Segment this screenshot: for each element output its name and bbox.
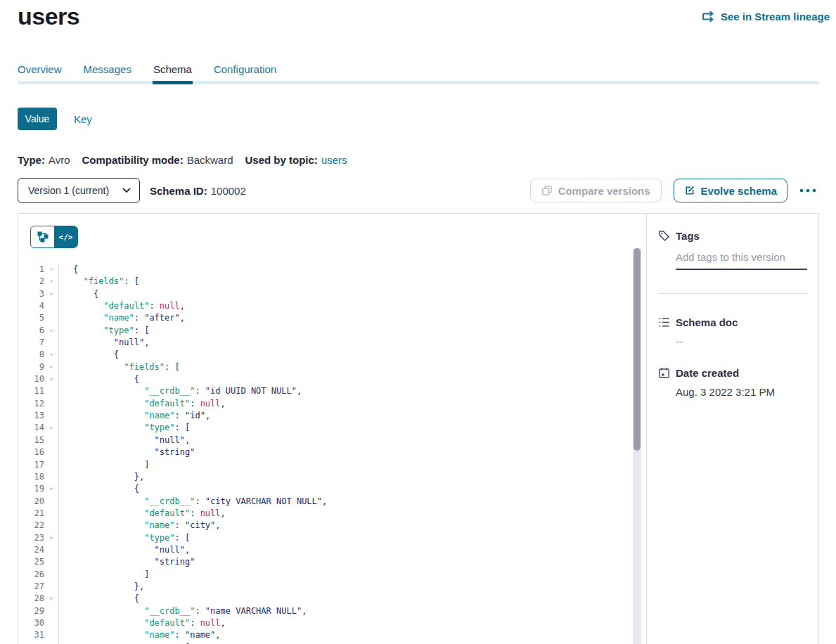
value-tab-button[interactable]: Value: [18, 108, 57, 130]
fold-arrow-icon[interactable]: ▾: [44, 361, 59, 373]
schema-id-label: Schema ID:: [150, 185, 207, 197]
key-tab-button[interactable]: Key: [74, 113, 92, 125]
fold-gutter: [44, 459, 59, 471]
version-select-value: Version 1 (current): [28, 185, 122, 196]
code-line: 6▾ "type": [: [18, 325, 646, 337]
line-number: 13: [18, 410, 44, 422]
fold-arrow-icon[interactable]: ▾: [44, 373, 59, 385]
tags-input[interactable]: [676, 251, 807, 270]
fold-gutter: [44, 629, 59, 641]
code-line-text: "default": null,: [59, 508, 226, 520]
fold-arrow-icon[interactable]: ▾: [44, 264, 59, 276]
schema-code-panel: </> 1▾{2▾ "fields": [3▾ {4 "default": nu…: [18, 214, 647, 644]
code-line: 22 "name": "city",: [18, 520, 646, 532]
fold-gutter: [44, 385, 59, 397]
code-line-text: "__crdb__": "name VARCHAR NULL",: [59, 605, 307, 617]
code-line-text: "string": [59, 556, 195, 568]
version-toolbar: Version 1 (current) Schema ID: 100002 Co…: [18, 178, 819, 203]
fold-arrow-icon[interactable]: ▾: [44, 593, 59, 605]
code-line: 1▾{: [18, 264, 646, 276]
code-line-text: "null",: [59, 337, 149, 349]
code-view-button[interactable]: </>: [54, 226, 77, 247]
used-by-topic-link[interactable]: users: [321, 154, 347, 166]
stream-lineage-icon: [702, 11, 716, 22]
code-line: 16 "string": [18, 446, 646, 458]
fold-arrow-icon[interactable]: ▾: [44, 422, 59, 434]
code-line: 23▾ "type": [: [18, 532, 646, 544]
fold-arrow-icon[interactable]: ▾: [44, 642, 59, 644]
tabs-underline-bar: [18, 81, 819, 84]
tab-overview[interactable]: Overview: [18, 63, 62, 81]
line-number: 22: [18, 520, 44, 532]
calendar-plus-icon: [658, 367, 670, 379]
fold-arrow-icon[interactable]: ▾: [44, 349, 59, 361]
code-line-text: "fields": [: [59, 361, 180, 373]
fold-arrow-icon[interactable]: ▾: [44, 276, 59, 288]
meta-item: Type:Avro: [18, 154, 70, 166]
code-line: 4 "default": null,: [18, 300, 646, 312]
fold-gutter: [44, 569, 59, 581]
fold-gutter: [44, 300, 59, 312]
fold-arrow-icon[interactable]: ▾: [44, 325, 59, 337]
more-options-button[interactable]: [797, 186, 819, 195]
meta-item: Compatibility mode:Backward: [82, 154, 233, 166]
fold-gutter: [44, 617, 59, 629]
tags-section-header: Tags: [658, 230, 807, 242]
code-line-text: "default": null,: [59, 398, 226, 410]
code-line: 20 "__crdb__": "city VARCHAR NOT NULL",: [18, 496, 646, 508]
date-created-value: Aug. 3 2022 3:21 PM: [676, 386, 807, 398]
scrollbar-thumb[interactable]: [634, 248, 641, 451]
code-line: 24 "null",: [18, 544, 646, 556]
line-number: 3: [18, 288, 44, 300]
scrollbar-track[interactable]: [633, 248, 641, 644]
tab-configuration[interactable]: Configuration: [214, 63, 276, 81]
code-line: 7 "null",: [18, 337, 646, 349]
line-number: 10: [18, 373, 44, 385]
code-line-text: "__crdb__": "id UUID NOT NULL",: [59, 385, 302, 397]
code-line-text: "type": [: [59, 532, 190, 544]
fold-gutter: [44, 337, 59, 349]
sidebar-divider: [658, 293, 807, 294]
tab-messages[interactable]: Messages: [84, 63, 131, 81]
code-line: 15 "null",: [18, 434, 646, 446]
code-line: 25 "string": [18, 556, 646, 568]
fold-arrow-icon[interactable]: ▾: [44, 532, 59, 544]
tree-view-button[interactable]: [31, 226, 54, 247]
evolve-schema-button[interactable]: Evolve schema: [674, 179, 787, 202]
fold-gutter: [44, 496, 59, 508]
fold-gutter: [44, 605, 59, 617]
version-select[interactable]: Version 1 (current): [18, 178, 140, 203]
code-line: 26 ]: [18, 569, 646, 581]
fold-gutter: [44, 312, 59, 324]
code-line: 14▾ "type": [: [18, 422, 646, 434]
code-line: 32▾ "type": [: [18, 642, 646, 644]
code-line-text: "null",: [59, 434, 190, 446]
code-line-text: "type": [: [59, 325, 149, 337]
line-number: 29: [18, 605, 44, 617]
fold-gutter: [44, 520, 59, 532]
code-line: 5 "name": "after",: [18, 312, 646, 324]
fold-arrow-icon[interactable]: ▾: [44, 288, 59, 300]
meta-value: Avro: [49, 154, 70, 166]
code-line: 21 "default": null,: [18, 508, 646, 520]
tab-schema[interactable]: Schema: [153, 63, 192, 81]
tags-title: Tags: [676, 230, 700, 242]
code-line: 13 "name": "id",: [18, 410, 646, 422]
code-line-text: ]: [59, 459, 149, 471]
code-line-text: "name": "name",: [59, 629, 221, 641]
line-number: 1: [18, 264, 44, 276]
code-editor[interactable]: 1▾{2▾ "fields": [3▾ {4 "default": null,5…: [18, 264, 646, 644]
code-line-text: {: [59, 373, 139, 385]
edit-icon: [684, 185, 695, 196]
schema-sidebar: Tags Schema doc -- Date created: [647, 214, 818, 644]
code-line-text: {: [59, 288, 98, 300]
line-number: 31: [18, 629, 44, 641]
fold-arrow-icon[interactable]: ▾: [44, 483, 59, 495]
line-number: 9: [18, 361, 44, 373]
compare-versions-button[interactable]: Compare versions: [530, 179, 662, 202]
ellipsis-icon: [799, 188, 816, 193]
stream-lineage-link[interactable]: See in Stream lineage: [702, 11, 830, 22]
code-line: 30 "default": null,: [18, 617, 646, 629]
copy-icon: [541, 185, 553, 196]
code-line-text: {: [59, 349, 119, 361]
